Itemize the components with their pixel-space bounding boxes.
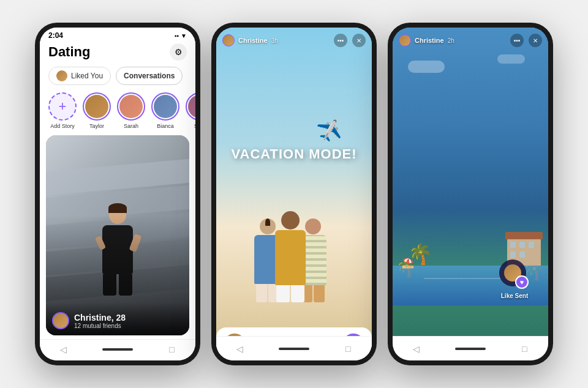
window-1: [510, 242, 516, 248]
add-story-label: Add Story: [50, 123, 75, 129]
close-story-button[interactable]: ✕: [352, 34, 366, 47]
story-avatar-sarah[interactable]: [117, 92, 145, 121]
like-icon-stack: ♥: [499, 259, 530, 290]
phone-story-screen: Christine 3h ••• ✕ VACATION MODE! ✈️: [216, 28, 372, 360]
story-time: 3h: [271, 37, 278, 44]
home-bar-3[interactable]: [455, 348, 486, 350]
square-button-2[interactable]: □: [339, 343, 356, 355]
story-avatar-bianca[interactable]: [151, 92, 179, 121]
dating-header: Dating ⚙: [40, 41, 195, 64]
status-icons-1: ▪▪ ▼: [175, 32, 187, 39]
bottom-nav-3: ◁ □: [393, 336, 548, 360]
story-avatar-small-3: [399, 34, 411, 47]
story-actions-3: ••• ✕: [510, 34, 542, 47]
story-taylor[interactable]: Taylor: [83, 92, 111, 129]
story-name-taylor: Taylor: [89, 123, 104, 129]
stories-row: + Add Story Taylor Sarah: [40, 90, 195, 135]
phone-dating-screen: 2:04 ▪▪ ▼ Dating ⚙ Liked You Conversatio…: [40, 28, 195, 360]
cloud-2: [497, 54, 525, 64]
story-avatar-taylor[interactable]: [83, 92, 111, 121]
resort-roof: [505, 232, 543, 239]
story-sp[interactable]: Sp...: [186, 92, 195, 129]
wifi-icon: ▼: [181, 32, 187, 39]
home-bar-2[interactable]: [279, 348, 309, 350]
bottom-nav-1: ◁ □: [40, 339, 195, 360]
beach-group: [254, 211, 326, 302]
story-user-info: Christine 3h: [222, 34, 278, 47]
story-time-3: 2h: [448, 37, 454, 44]
tab-conversations-label: Conversations: [124, 72, 175, 80]
tab-conversations[interactable]: Conversations: [116, 67, 183, 85]
more-options-button-3[interactable]: •••: [510, 34, 524, 47]
tab-liked-you[interactable]: Liked You: [48, 67, 111, 85]
window-5: [519, 252, 525, 258]
umbrella-icon: ⛱️: [402, 257, 414, 269]
window-4: [510, 252, 516, 258]
story-username-3: Christine: [415, 37, 444, 44]
story-username: Christine: [238, 37, 268, 44]
square-button-3[interactable]: □: [516, 343, 533, 355]
story-name-sarah: Sarah: [124, 123, 138, 129]
phone-resort-screen: Christine 2h ••• ✕ 🌴 🌴 🌴 🌴: [393, 28, 548, 360]
story-avatar-small: [222, 34, 235, 47]
square-button-1[interactable]: □: [163, 343, 180, 356]
story-actions: ••• ✕: [334, 34, 366, 47]
add-story-button[interactable]: +: [48, 92, 77, 121]
card-sub: 12 mutual friends: [74, 323, 183, 329]
back-button-2[interactable]: ◁: [232, 343, 249, 355]
window-3: [529, 242, 534, 248]
bottom-nav-2: ◁ □: [216, 336, 372, 360]
status-bar-1: 2:04 ▪▪ ▼: [40, 28, 195, 41]
dating-title: Dating: [48, 44, 90, 60]
window-2: [519, 242, 525, 248]
person-center: [275, 211, 306, 302]
tab-liked-label: Liked You: [71, 72, 103, 80]
story-sarah[interactable]: Sarah: [117, 92, 145, 129]
story-header: Christine 3h ••• ✕: [216, 28, 372, 51]
close-story-button-3[interactable]: ✕: [529, 34, 542, 47]
beach-background: [216, 28, 372, 360]
phone-story: Christine 3h ••• ✕ VACATION MODE! ✈️: [211, 23, 377, 365]
like-heart-icon: ♥: [515, 275, 529, 289]
phone-resort: Christine 2h ••• ✕ 🌴 🌴 🌴 🌴: [388, 23, 553, 365]
tabs-row: Liked You Conversations: [40, 64, 195, 90]
story-avatar-sp[interactable]: [186, 92, 195, 121]
tab-liked-avatar: [56, 70, 67, 81]
story-name-sp: Sp...: [194, 123, 195, 129]
card-name: Christine, 28: [74, 313, 183, 323]
vacation-text: VACATION MODE!: [231, 146, 356, 162]
gear-icon[interactable]: ⚙: [170, 43, 187, 61]
home-bar-1[interactable]: [102, 348, 133, 351]
like-sent-label: Like Sent: [501, 293, 528, 299]
resort-background: [393, 28, 548, 360]
profile-card[interactable]: Christine, 28 12 mutual friends: [46, 135, 189, 335]
more-options-button[interactable]: •••: [334, 34, 347, 47]
add-story-item[interactable]: + Add Story: [48, 92, 77, 129]
status-time-1: 2:04: [48, 31, 63, 40]
battery-icon: ▪▪: [175, 32, 179, 39]
back-button-1[interactable]: ◁: [55, 343, 72, 356]
card-info-bar: Christine, 28 12 mutual friends: [46, 302, 189, 335]
story-name-bianca: Bianca: [157, 123, 174, 129]
like-sent-badge: ♥ Like Sent: [499, 259, 530, 299]
story-user-info-3: Christine 2h: [399, 34, 454, 47]
like-dark-circle: ♥: [499, 259, 526, 286]
cloud-1: [408, 61, 445, 73]
card-text: Christine, 28 12 mutual friends: [74, 313, 183, 329]
back-button-3[interactable]: ◁: [408, 343, 425, 355]
card-mini-avatar: [52, 312, 69, 329]
story-header-3: Christine 2h ••• ✕: [393, 28, 548, 51]
story-bianca[interactable]: Bianca: [151, 92, 179, 129]
phone-dating: 2:04 ▪▪ ▼ Dating ⚙ Liked You Conversatio…: [35, 23, 200, 365]
